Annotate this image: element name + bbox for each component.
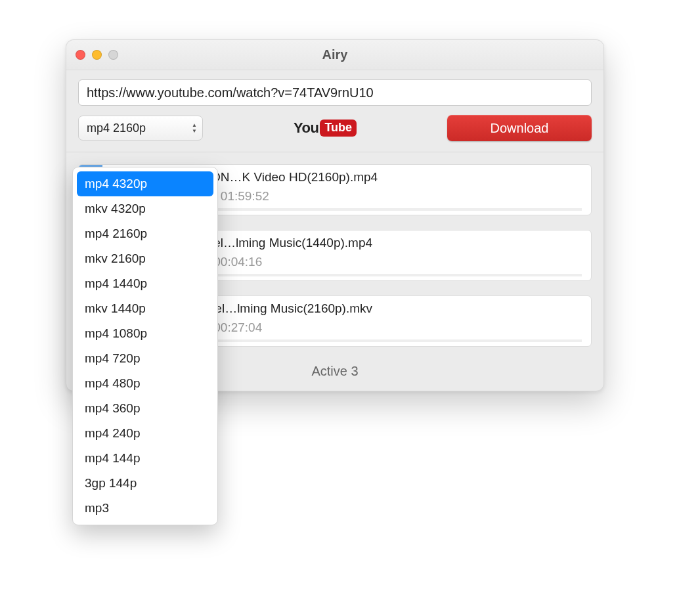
format-option[interactable]: mp4 2160p [77, 221, 213, 246]
format-option[interactable]: mp4 720p [77, 346, 213, 371]
window-title: Airy [66, 47, 603, 62]
format-option[interactable]: mp4 240p [77, 421, 213, 446]
logo-text-tube: Tube [320, 120, 357, 137]
logo-text-you: You [294, 120, 318, 137]
format-option[interactable]: mkv 2160p [77, 246, 213, 271]
format-option[interactable]: mp4 1080p [77, 321, 213, 346]
select-stepper-icon: ▲▼ [192, 123, 197, 134]
format-option[interactable]: 3gp 144p [77, 471, 213, 496]
url-row [66, 70, 603, 110]
download-button[interactable]: Download [447, 115, 592, 141]
format-option[interactable]: mp3 [77, 496, 213, 521]
format-dropdown: mp4 4320pmkv 4320pmp4 2160pmkv 2160pmp4 … [72, 167, 218, 525]
format-option[interactable]: mp4 1440p [77, 271, 213, 296]
format-option[interactable]: mp4 144p [77, 446, 213, 471]
format-option[interactable]: mp4 4320p [77, 171, 213, 196]
controls-row: mp4 2160p ▲▼ You Tube Download [66, 110, 603, 152]
source-logo: You Tube [211, 120, 439, 137]
format-select-label: mp4 2160p [87, 121, 146, 135]
format-option[interactable]: mkv 1440p [77, 296, 213, 321]
format-option[interactable]: mp4 480p [77, 371, 213, 396]
format-option[interactable]: mp4 360p [77, 396, 213, 421]
titlebar: Airy [66, 40, 603, 70]
format-select[interactable]: mp4 2160p ▲▼ [78, 116, 203, 141]
format-option[interactable]: mkv 4320p [77, 196, 213, 221]
url-input[interactable] [78, 79, 592, 106]
